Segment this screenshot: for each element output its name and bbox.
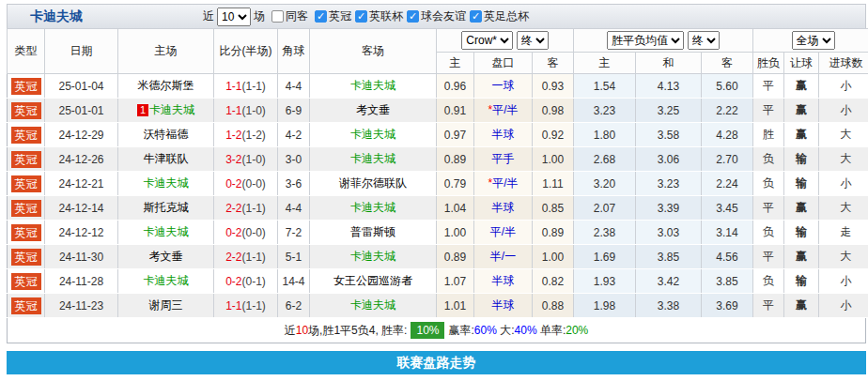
- col-type: 类型: [8, 29, 45, 74]
- home-team-name[interactable]: 卡迪夫城: [144, 176, 189, 190]
- summary-segment: 大:: [497, 323, 515, 339]
- cell-home-team: 牛津联队: [118, 147, 214, 172]
- home-team-name[interactable]: 卡迪夫城: [144, 274, 189, 287]
- away-team-name[interactable]: 普雷斯顿: [350, 225, 395, 238]
- cell-mean-away: 2.22: [702, 99, 753, 123]
- same-away-label: 同客: [286, 8, 308, 24]
- cell-away-team: 卡迪夫城: [310, 245, 437, 269]
- cell-league: 英冠: [8, 123, 45, 147]
- halftime-score: (1-1): [242, 251, 266, 264]
- halftime-score: (1-1): [242, 299, 266, 312]
- league-checkbox[interactable]: [315, 10, 327, 23]
- cell-goals-result: 小: [819, 99, 868, 123]
- away-team-name[interactable]: 卡迪夫城: [350, 152, 395, 165]
- cell-date: 24-11-30: [45, 245, 118, 269]
- away-team-name[interactable]: 女王公园巡游者: [333, 274, 412, 287]
- league-badge: 英冠: [11, 127, 41, 144]
- col-corner: 角球: [278, 29, 310, 74]
- cell-let-result: 输: [784, 172, 819, 196]
- league-trend-bar[interactable]: 联赛盘路走势: [7, 351, 866, 374]
- cell-handicap: 平手: [474, 147, 533, 172]
- cell-league: 英冠: [8, 172, 45, 196]
- same-away-checkbox[interactable]: [271, 10, 284, 23]
- home-team-name[interactable]: 沃特福德: [144, 128, 189, 141]
- cell-date: 25-01-04: [45, 74, 118, 99]
- league-checkbox[interactable]: [407, 10, 419, 23]
- cell-mean-home: 1.54: [574, 74, 636, 99]
- home-team-name[interactable]: 卡迪夫城: [144, 225, 189, 238]
- away-team-name[interactable]: 谢菲尔德联队: [339, 176, 407, 190]
- away-team-name[interactable]: 卡迪夫城: [350, 79, 395, 92]
- home-team-name[interactable]: 谢周三: [149, 298, 183, 312]
- odds-stage-select[interactable]: 终: [517, 31, 549, 50]
- cell-mean-draw: 3.23: [636, 172, 702, 196]
- away-team-name[interactable]: 卡迪夫城: [350, 298, 395, 312]
- league-filter[interactable]: 球会友谊: [407, 8, 466, 24]
- cell-goals-result: 大: [819, 245, 868, 269]
- scope-select[interactable]: 全场: [792, 31, 835, 50]
- summary-segment: 20%: [566, 324, 588, 337]
- away-team-name[interactable]: 卡迪夫城: [350, 250, 395, 263]
- cell-odds-home: 0.96: [437, 74, 474, 99]
- cell-odds-away: 0.89: [533, 221, 574, 245]
- league-checkbox[interactable]: [470, 10, 482, 23]
- cell-home-team: 斯托克城: [118, 196, 214, 221]
- cell-goals-result: 大: [819, 123, 868, 147]
- cell-handicap: 一球: [474, 74, 533, 99]
- cell-goals-result: 小: [819, 269, 868, 294]
- match-row: 英冠24-11-30考文垂2-2(1-1)5-1卡迪夫城0.89半/一1.001…: [8, 245, 868, 269]
- col-let-result: 让球: [784, 53, 819, 74]
- cell-result: 平: [753, 99, 784, 123]
- cell-result: 平: [753, 196, 784, 221]
- same-away-filter[interactable]: 同客: [271, 8, 308, 24]
- col-away: 客场: [310, 29, 437, 74]
- home-team-name[interactable]: 斯托克城: [144, 201, 189, 214]
- cell-date: 24-12-14: [45, 196, 118, 221]
- home-team-name[interactable]: 牛津联队: [144, 152, 189, 165]
- league-filter[interactable]: 英冠: [315, 8, 351, 24]
- cell-odds-home: 1.07: [437, 269, 474, 294]
- cell-score: 1-1(1-0): [214, 99, 278, 123]
- match-table: 类型 日期 主场 比分(半场) 角球 客场 Crow* 终 胜平负均值 终 全场: [7, 28, 868, 318]
- league-label: 英足总杯: [484, 8, 529, 24]
- league-checkbox[interactable]: [355, 10, 367, 23]
- cell-let-result: 赢: [784, 123, 819, 147]
- halftime-score: (1-2): [242, 129, 266, 142]
- cell-mean-away: 3.85: [702, 269, 753, 294]
- cell-handicap: 平/半: [474, 221, 533, 245]
- mean-type-select[interactable]: 胜平负均值: [607, 31, 684, 50]
- cell-date: 24-12-21: [45, 172, 118, 196]
- cell-date: 24-12-29: [45, 123, 118, 147]
- home-team-name[interactable]: 考文垂: [149, 250, 183, 263]
- cell-mean-draw: 3.85: [636, 245, 702, 269]
- cell-mean-away: 3.14: [702, 221, 753, 245]
- cell-handicap: *平/半: [474, 99, 533, 123]
- cell-let-result: 赢: [784, 245, 819, 269]
- away-team-name[interactable]: 卡迪夫城: [350, 128, 395, 141]
- cell-mean-home: 2.68: [574, 147, 636, 172]
- cell-home-team: 沃特福德: [118, 123, 214, 147]
- league-filter[interactable]: 英联杯: [355, 8, 403, 24]
- league-badge: 英冠: [11, 78, 41, 95]
- rank-badge: 1: [137, 104, 148, 116]
- mean-stage-select[interactable]: 终: [688, 31, 720, 50]
- odds-company-select[interactable]: Crow*: [461, 31, 513, 50]
- cell-goals-result: 小: [819, 172, 868, 196]
- cell-corners: 6-9: [278, 99, 310, 123]
- cell-odds-home: 0.89: [437, 245, 474, 269]
- cell-score: 0-2(0-0): [214, 172, 278, 196]
- cell-corners: 5-1: [278, 245, 310, 269]
- league-badge: 英冠: [11, 297, 41, 314]
- summary-segment: 赢率:: [448, 323, 473, 339]
- cell-mean-away: 4.56: [702, 245, 753, 269]
- home-team-name[interactable]: 卡迪夫城: [149, 103, 194, 116]
- handicap-value: 一球: [492, 79, 515, 92]
- match-row: 英冠24-11-28卡迪夫城0-2(0-1)14-4女王公园巡游者1.07半球0…: [8, 269, 868, 294]
- away-team-name[interactable]: 卡迪夫城: [350, 201, 395, 214]
- league-filter[interactable]: 英足总杯: [470, 8, 529, 24]
- cell-score: 1-1(1-1): [214, 74, 278, 99]
- away-team-name[interactable]: 考文垂: [356, 103, 390, 116]
- recent-count-select[interactable]: 10: [217, 8, 251, 26]
- league-label: 英联杯: [369, 8, 403, 24]
- home-team-name[interactable]: 米德尔斯堡: [138, 79, 194, 92]
